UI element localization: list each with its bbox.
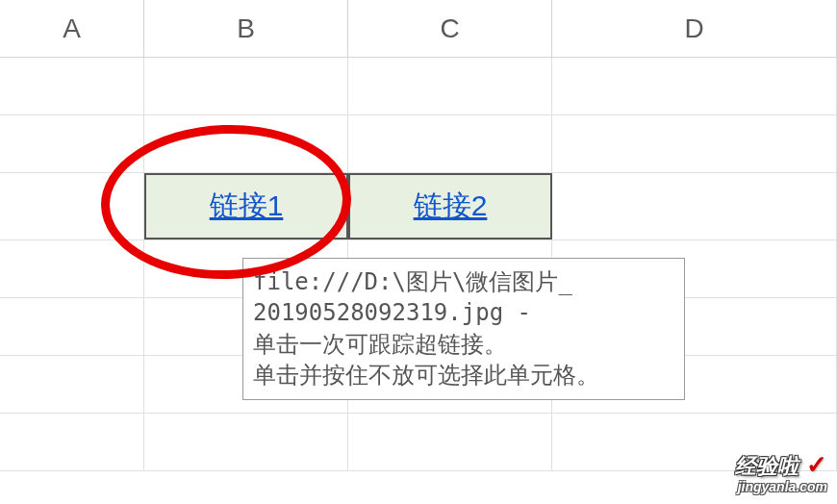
cell-a2[interactable]	[0, 115, 144, 172]
cell-c2[interactable]	[348, 115, 552, 172]
cell-a5[interactable]	[0, 298, 144, 355]
cell-a1[interactable]	[0, 58, 144, 114]
row-3: 链接1 链接2	[0, 173, 837, 240]
column-header-c[interactable]: C	[348, 0, 552, 57]
cell-d1[interactable]	[552, 58, 837, 114]
cell-a4[interactable]	[0, 240, 144, 297]
tooltip-line-2: 20190528092319.jpg -	[253, 297, 674, 328]
hyperlink-tooltip: file:///D:\图片\微信图片_ 20190528092319.jpg -…	[242, 258, 685, 400]
column-header-d[interactable]: D	[552, 0, 837, 57]
cell-c3[interactable]: 链接2	[348, 173, 552, 239]
column-headers-row: A B C D	[0, 0, 837, 58]
cell-a3[interactable]	[0, 173, 144, 239]
cell-b2[interactable]	[144, 115, 348, 172]
checkmark-icon: ✓	[806, 450, 827, 479]
tooltip-line-3: 单击一次可跟踪超链接。	[253, 329, 674, 360]
cell-a6[interactable]	[0, 356, 144, 413]
column-header-a[interactable]: A	[0, 0, 144, 57]
tooltip-line-4: 单击并按住不放可选择此单元格。	[253, 360, 674, 391]
cell-b1[interactable]	[144, 58, 348, 114]
column-header-b[interactable]: B	[144, 0, 348, 57]
cell-c7[interactable]	[348, 414, 552, 470]
row-2	[0, 115, 837, 173]
spreadsheet-container: A B C D 链接1 链接2	[0, 0, 837, 504]
cell-c1[interactable]	[348, 58, 552, 114]
row-1	[0, 58, 837, 115]
tooltip-line-1: file:///D:\图片\微信图片_	[253, 266, 674, 297]
watermark-url: jingyanla.com	[735, 479, 827, 494]
row-7	[0, 414, 837, 471]
watermark: 经验啦 ✓ jingyanla.com	[735, 450, 827, 494]
cell-d3[interactable]	[552, 173, 837, 239]
cell-d2[interactable]	[552, 115, 837, 172]
cell-a7[interactable]	[0, 414, 144, 470]
hyperlink-2[interactable]: 链接2	[414, 187, 488, 226]
cell-b7[interactable]	[144, 414, 348, 470]
watermark-text: 经验啦	[735, 452, 799, 481]
hyperlink-1[interactable]: 链接1	[210, 187, 284, 226]
cell-b3[interactable]: 链接1	[144, 173, 348, 239]
